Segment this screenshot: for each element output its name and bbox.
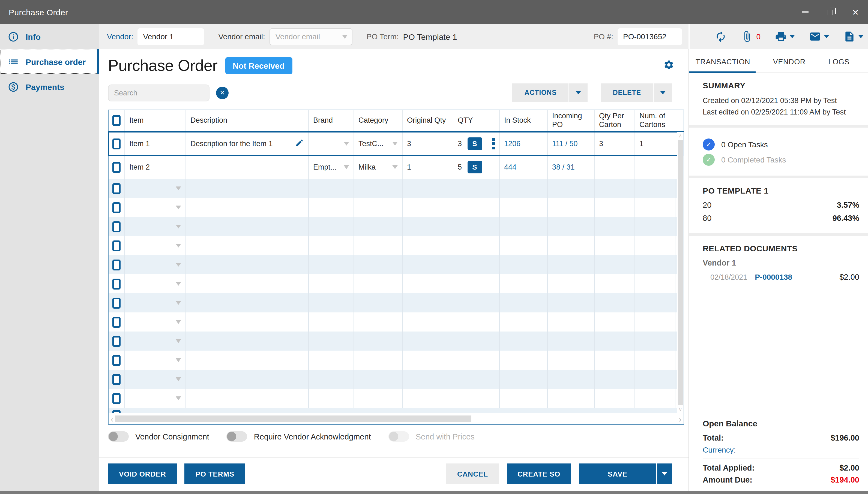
row-checkbox[interactable]: [112, 410, 121, 413]
brand-cell[interactable]: [309, 132, 354, 155]
scroll-up-icon[interactable]: ∧: [679, 132, 682, 139]
category-cell[interactable]: [354, 274, 403, 293]
chevron-down-icon[interactable]: [344, 165, 349, 169]
po-terms-button[interactable]: PO TERMS: [185, 463, 245, 484]
document-number-link[interactable]: P-0000138: [755, 273, 792, 281]
table-row-empty[interactable]: [109, 312, 684, 331]
table-row-empty[interactable]: [109, 389, 684, 408]
item-cell[interactable]: [125, 217, 186, 236]
description-cell[interactable]: [186, 293, 309, 312]
qty-per-carton-cell[interactable]: [595, 217, 635, 236]
in-stock-cell[interactable]: [500, 236, 548, 255]
row-checkbox[interactable]: [112, 138, 121, 149]
row-checkbox[interactable]: [112, 393, 121, 404]
qty-cell[interactable]: [454, 370, 500, 389]
item-cell[interactable]: [125, 312, 186, 331]
original-qty-cell[interactable]: [403, 370, 454, 389]
print-button[interactable]: [775, 31, 795, 42]
column-header-num-cartons[interactable]: Num. of Cartons: [635, 110, 676, 131]
settings-button[interactable]: [663, 59, 674, 72]
item-cell[interactable]: [125, 236, 186, 255]
in-stock-cell[interactable]: [500, 255, 548, 274]
original-qty-cell[interactable]: [403, 312, 454, 331]
item-cell[interactable]: Item 1: [125, 132, 186, 155]
brand-cell[interactable]: [309, 255, 354, 274]
qty-per-carton-cell[interactable]: [595, 389, 635, 408]
chevron-down-icon[interactable]: [176, 377, 181, 381]
qty-per-carton-cell[interactable]: [595, 274, 635, 293]
sidebar-item-payments[interactable]: Payments: [0, 74, 99, 99]
vendor-input[interactable]: [138, 28, 204, 45]
incoming-po-cell[interactable]: [548, 370, 595, 389]
table-row-empty[interactable]: [109, 217, 684, 236]
row-checkbox[interactable]: [112, 374, 121, 385]
in-stock-cell[interactable]: [500, 293, 548, 312]
actions-dropdown-button[interactable]: [569, 83, 588, 102]
row-checkbox[interactable]: [112, 278, 121, 289]
row-checkbox[interactable]: [112, 162, 121, 173]
delete-button[interactable]: DELETE: [601, 83, 653, 102]
in-stock-cell[interactable]: 444: [500, 155, 548, 179]
row-checkbox[interactable]: [112, 336, 121, 346]
chevron-down-icon[interactable]: [176, 263, 181, 267]
num-cartons-cell[interactable]: [635, 179, 676, 198]
qty-per-carton-cell[interactable]: [595, 293, 635, 312]
po-term-value[interactable]: PO Template 1: [403, 32, 457, 41]
incoming-po-cell[interactable]: [548, 255, 595, 274]
cancel-button[interactable]: CANCEL: [446, 463, 499, 484]
po-number-input[interactable]: [617, 28, 682, 45]
num-cartons-cell[interactable]: [635, 198, 676, 217]
brand-cell[interactable]: [309, 312, 354, 331]
item-cell[interactable]: [125, 255, 186, 274]
qty-per-carton-cell[interactable]: [595, 350, 635, 370]
chevron-down-icon[interactable]: [176, 320, 181, 324]
num-cartons-cell[interactable]: [635, 236, 676, 255]
delete-dropdown-button[interactable]: [653, 83, 672, 102]
num-cartons-cell[interactable]: [635, 350, 676, 370]
in-stock-cell[interactable]: [500, 389, 548, 408]
in-stock-cell[interactable]: 1206: [500, 132, 548, 155]
qty-cell[interactable]: [454, 293, 500, 312]
table-row-empty[interactable]: [109, 179, 684, 198]
incoming-po-cell[interactable]: [548, 389, 595, 408]
description-cell[interactable]: [186, 179, 309, 198]
qty-cell[interactable]: [454, 217, 500, 236]
row-checkbox[interactable]: [112, 202, 121, 213]
chevron-down-icon[interactable]: [176, 301, 181, 305]
column-header-description[interactable]: Description: [186, 110, 309, 131]
incoming-po-cell[interactable]: [548, 274, 595, 293]
minimize-button[interactable]: [793, 0, 818, 24]
split-button[interactable]: S: [467, 161, 482, 173]
table-row-empty[interactable]: [109, 370, 684, 389]
category-cell[interactable]: [354, 179, 403, 198]
item-cell[interactable]: [125, 274, 186, 293]
qty-per-carton-cell[interactable]: [595, 179, 635, 198]
sidebar-item-purchase-order[interactable]: Purchase order: [0, 49, 99, 74]
chevron-down-icon[interactable]: [176, 187, 181, 190]
in-stock-cell[interactable]: [500, 350, 548, 370]
row-checkbox[interactable]: [112, 221, 121, 232]
incoming-po-cell[interactable]: [548, 236, 595, 255]
original-qty-cell[interactable]: [403, 179, 454, 198]
brand-cell[interactable]: Empt...: [309, 155, 354, 179]
num-cartons-cell[interactable]: [635, 274, 676, 293]
category-cell[interactable]: [354, 293, 403, 312]
split-button[interactable]: S: [467, 137, 482, 150]
brand-cell[interactable]: [309, 370, 354, 389]
num-cartons-cell[interactable]: [635, 217, 676, 236]
tab-logs[interactable]: LOGS: [826, 49, 852, 73]
row-checkbox[interactable]: [112, 183, 121, 194]
original-qty-cell[interactable]: [403, 217, 454, 236]
original-qty-cell[interactable]: 3: [403, 132, 454, 155]
restore-button[interactable]: [818, 0, 843, 24]
actions-button[interactable]: ACTIONS: [512, 83, 569, 102]
incoming-po-link[interactable]: 38 / 31: [552, 163, 575, 171]
require-vendor-acknowledgment-toggle[interactable]: Require Vendor Acknowledgment: [227, 431, 371, 442]
column-header-in-stock[interactable]: In Stock: [500, 110, 548, 131]
chevron-down-icon[interactable]: [176, 396, 181, 400]
description-cell[interactable]: Description for the Item 1: [186, 132, 309, 155]
row-checkbox[interactable]: [112, 298, 121, 308]
chevron-down-icon[interactable]: [176, 244, 181, 248]
incoming-po-cell[interactable]: 111 / 50: [548, 132, 595, 155]
table-row[interactable]: Item 1 Description for the Item 1 TestC.…: [109, 132, 684, 155]
